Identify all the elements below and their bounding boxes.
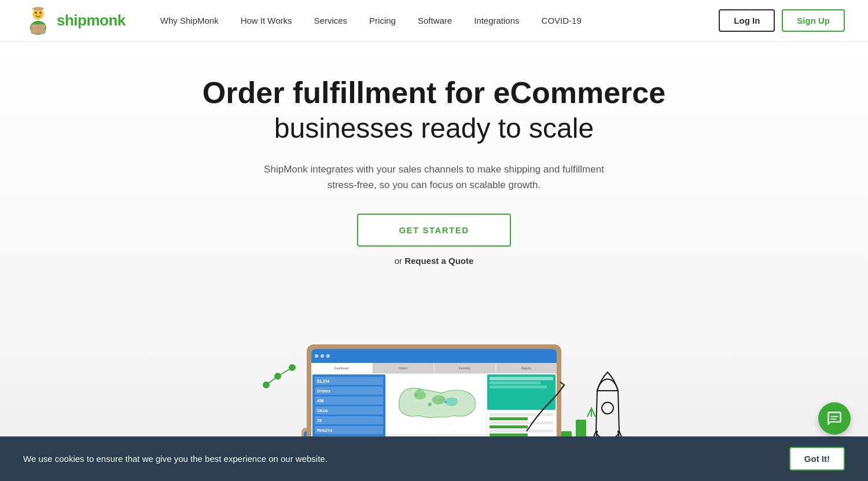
svg-line-19 — [266, 376, 278, 385]
hero-quote: or Request a Quote — [395, 256, 474, 266]
hero-title-bold: Order fulfillment for eCommerce — [203, 76, 665, 109]
logo-text: shipmonk — [57, 12, 126, 30]
hero-section: Order fulfillment for eCommerce business… — [0, 42, 868, 481]
logo[interactable]: shipmonk — [23, 6, 126, 36]
cookie-message: We use cookies to ensure that we give yo… — [23, 454, 328, 464]
chat-icon — [826, 410, 843, 427]
signup-button[interactable]: Sign Up — [782, 9, 845, 32]
login-button[interactable]: Log In — [719, 9, 775, 32]
hero-title-light: businesses ready to scale — [274, 112, 594, 145]
cookie-banner: We use cookies to ensure that we give yo… — [0, 436, 868, 481]
svg-point-3 — [39, 12, 42, 14]
svg-line-20 — [278, 368, 292, 376]
svg-point-23 — [415, 394, 418, 397]
chat-widget[interactable] — [818, 402, 851, 435]
green-dots-decoration — [260, 350, 307, 399]
nav-link-pricing[interactable]: Pricing — [369, 16, 396, 25]
logo-icon — [23, 6, 53, 36]
svg-rect-5 — [34, 8, 43, 10]
nav-actions: Log In Sign Up — [719, 9, 845, 32]
get-started-button[interactable]: GET STARTED — [357, 214, 510, 247]
hero-subtitle: ShipMonk integrates with your sales chan… — [249, 161, 619, 193]
cookie-accept-button[interactable]: Got It! — [789, 447, 845, 471]
svg-point-21 — [428, 402, 431, 406]
nav-link-software[interactable]: Software — [418, 16, 452, 25]
nav-link-how-it-works[interactable]: How It Works — [241, 16, 292, 25]
svg-point-22 — [444, 401, 447, 403]
main-nav: shipmonk Why ShipMonk How It Works Servi… — [0, 0, 868, 42]
request-quote-link[interactable]: Request a Quote — [404, 256, 473, 266]
nav-link-services[interactable]: Services — [314, 16, 348, 25]
nav-links: Why ShipMonk How It Works Services Prici… — [160, 16, 719, 25]
svg-point-2 — [35, 12, 37, 14]
svg-point-24 — [602, 402, 613, 414]
arrow-decoration — [521, 379, 567, 439]
nav-link-why-shipmonk[interactable]: Why ShipMonk — [160, 16, 219, 25]
nav-link-integrations[interactable]: Integrations — [474, 16, 519, 25]
nav-link-covid19[interactable]: COVID-19 — [542, 16, 582, 25]
